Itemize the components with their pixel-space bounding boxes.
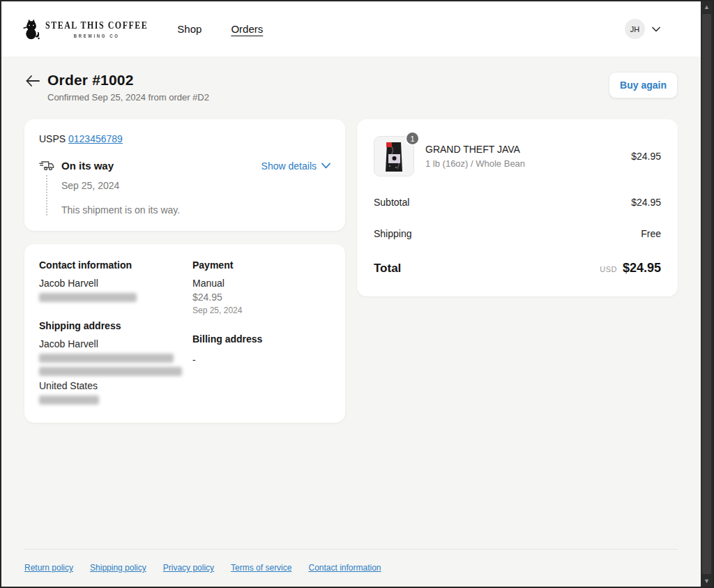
contact-information-heading: Contact information bbox=[39, 259, 192, 271]
site-header: STEAL THIS COFFEE BREWING CO Shop Orders… bbox=[1, 1, 701, 56]
store-tagline: BREWING CO bbox=[45, 33, 148, 38]
terms-of-service-link[interactable]: Terms of service bbox=[231, 563, 291, 573]
browser-window: STEAL THIS COFFEE BREWING CO Shop Orders… bbox=[0, 0, 714, 588]
return-policy-link[interactable]: Return policy bbox=[24, 563, 73, 573]
back-button[interactable] bbox=[24, 74, 41, 88]
shipping-address-heading: Shipping address bbox=[39, 320, 192, 331]
payment-billing-column: Payment Manual $24.95 Sep 25, 2024 Billi… bbox=[192, 259, 331, 405]
timeline-dashed-line bbox=[46, 175, 47, 216]
order-status-page: STEAL THIS COFFEE BREWING CO Shop Orders… bbox=[1, 1, 701, 587]
contact-name: Jacob Harvell bbox=[39, 278, 192, 289]
product-thumbnail-wrap: 1 bbox=[374, 136, 414, 176]
footer-divider bbox=[24, 549, 678, 550]
timeline-rail bbox=[39, 160, 54, 216]
line-item-row: 1 GRAND THEFT JAVA 1 lb (16oz) / Whole B… bbox=[374, 136, 661, 176]
main-nav: Shop Orders bbox=[177, 23, 263, 35]
shipping-phone-redacted bbox=[39, 395, 99, 405]
carrier-name: USPS bbox=[39, 133, 68, 144]
store-logo[interactable]: STEAL THIS COFFEE BREWING CO bbox=[22, 18, 148, 40]
nav-shop-link[interactable]: Shop bbox=[177, 23, 202, 35]
shipment-timeline: On its way Show details Sep 25, 2024 bbox=[39, 160, 331, 216]
order-title-block: Order #1002 Confirmed Sep 25, 2024 from … bbox=[47, 72, 209, 103]
left-column: USPS 0123456789 bbox=[24, 119, 345, 423]
truck-icon bbox=[39, 160, 54, 172]
scroll-up-arrow-icon[interactable]: ▲ bbox=[701, 1, 713, 13]
store-name: STEAL THIS COFFEE bbox=[45, 20, 148, 30]
privacy-policy-link[interactable]: Privacy policy bbox=[163, 563, 214, 573]
subtotal-label: Subtotal bbox=[374, 197, 409, 208]
account-menu[interactable]: JH bbox=[625, 19, 660, 39]
currency-code: USD bbox=[600, 265, 617, 273]
main-content: Order #1002 Confirmed Sep 25, 2024 from … bbox=[1, 56, 701, 587]
status-row: On its way Show details bbox=[61, 160, 331, 172]
shipping-row: Shipping Free bbox=[374, 228, 661, 239]
scrollbar-thumb[interactable] bbox=[702, 14, 711, 574]
right-column: 1 GRAND THEFT JAVA 1 lb (16oz) / Whole B… bbox=[357, 119, 678, 296]
shipping-policy-link[interactable]: Shipping policy bbox=[90, 563, 146, 573]
shipment-message: This shipment is on its way. bbox=[61, 204, 331, 216]
shipping-name: Jacob Harvell bbox=[39, 338, 192, 349]
contact-email-redacted bbox=[39, 293, 137, 302]
shipping-street-redacted bbox=[39, 354, 174, 363]
order-confirmation-text: Confirmed Sep 25, 2024 from order #D2 bbox=[47, 92, 209, 103]
vertical-scrollbar[interactable]: ▲ ▼ bbox=[701, 1, 713, 587]
payment-heading: Payment bbox=[192, 259, 331, 271]
tracking-card: USPS 0123456789 bbox=[24, 119, 345, 231]
show-details-label: Show details bbox=[261, 160, 317, 172]
page-title: Order #1002 bbox=[47, 72, 209, 89]
shipping-value: Free bbox=[641, 228, 661, 239]
footer-links: Return policy Shipping policy Privacy po… bbox=[24, 563, 678, 573]
total-row: Total USD $24.95 bbox=[374, 261, 661, 276]
content-columns: USPS 0123456789 bbox=[24, 119, 678, 423]
shipping-city-redacted bbox=[39, 367, 182, 376]
shipping-country: United States bbox=[39, 380, 192, 391]
quantity-badge: 1 bbox=[405, 131, 420, 146]
contact-shipping-column: Contact information Jacob Harvell Shippi… bbox=[39, 259, 192, 405]
shipping-label: Shipping bbox=[374, 228, 412, 239]
subtotal-row: Subtotal $24.95 bbox=[374, 197, 661, 208]
subtotal-value: $24.95 bbox=[631, 197, 661, 208]
payment-amount: $24.95 bbox=[192, 292, 331, 303]
total-value: $24.95 bbox=[623, 261, 661, 276]
store-logo-text: STEAL THIS COFFEE BREWING CO bbox=[45, 20, 148, 38]
total-label: Total bbox=[374, 262, 401, 276]
billing-address-heading: Billing address bbox=[192, 333, 331, 345]
product-variant: 1 lb (16oz) / Whole Bean bbox=[425, 158, 525, 169]
total-amount: USD $24.95 bbox=[600, 261, 661, 276]
contact-information-link[interactable]: Contact information bbox=[308, 563, 381, 573]
payment-date: Sep 25, 2024 bbox=[192, 306, 331, 315]
timeline-body: On its way Show details Sep 25, 2024 bbox=[61, 160, 331, 216]
tracking-number-link[interactable]: 0123456789 bbox=[68, 133, 123, 144]
scroll-down-arrow-icon[interactable]: ▼ bbox=[701, 575, 713, 587]
chevron-down-icon bbox=[652, 27, 660, 32]
customer-info-card: Contact information Jacob Harvell Shippi… bbox=[24, 244, 345, 423]
show-details-link[interactable]: Show details bbox=[261, 160, 331, 172]
nav-orders-link[interactable]: Orders bbox=[231, 23, 263, 35]
payment-method: Manual bbox=[192, 278, 331, 289]
shipment-date: Sep 25, 2024 bbox=[61, 180, 331, 191]
chevron-down-icon bbox=[321, 163, 331, 169]
page-footer: Return policy Shipping policy Privacy po… bbox=[24, 549, 678, 587]
avatar[interactable]: JH bbox=[625, 19, 645, 39]
product-name: GRAND THEFT JAVA bbox=[425, 144, 525, 155]
shipment-status: On its way bbox=[61, 160, 114, 172]
cat-logo-icon bbox=[22, 18, 40, 40]
product-price: $24.95 bbox=[631, 151, 661, 162]
carrier-line: USPS 0123456789 bbox=[39, 133, 331, 144]
buy-again-button[interactable]: Buy again bbox=[609, 72, 678, 98]
billing-address-value: - bbox=[192, 354, 331, 365]
order-title-row: Order #1002 Confirmed Sep 25, 2024 from … bbox=[24, 72, 678, 103]
order-summary-card: 1 GRAND THEFT JAVA 1 lb (16oz) / Whole B… bbox=[357, 119, 678, 296]
product-info: GRAND THEFT JAVA 1 lb (16oz) / Whole Bea… bbox=[425, 144, 525, 169]
